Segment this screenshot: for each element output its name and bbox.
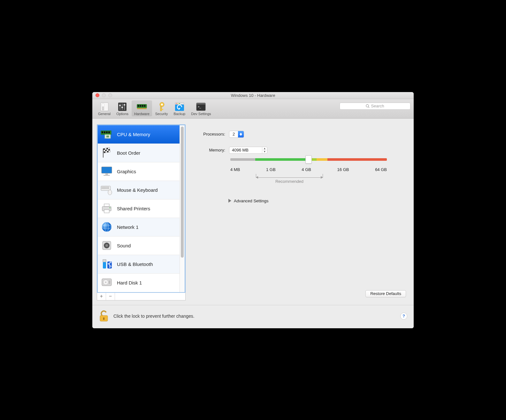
restore-defaults-button[interactable]: Restore Defaults (365, 290, 406, 297)
sidebar-item-label: Graphics (117, 169, 136, 174)
sidebar-item-label: Hard Disk 1 (117, 280, 142, 285)
svg-point-61 (108, 190, 112, 195)
svg-rect-55 (102, 188, 103, 189)
tick-label: 1 GB (266, 167, 276, 172)
processors-row: Processors: 2 (193, 131, 406, 138)
tab-label: Backup (174, 112, 186, 116)
search-input[interactable]: Search (340, 103, 410, 110)
svg-rect-52 (105, 187, 106, 188)
lock-icon[interactable] (99, 310, 109, 322)
recommended-label: Recommended (256, 179, 323, 184)
close-window-button[interactable] (96, 93, 99, 97)
svg-rect-59 (107, 188, 108, 189)
tab-backup[interactable]: Backup (171, 100, 188, 116)
processors-label: Processors: (193, 132, 225, 136)
memory-stepper[interactable]: ▲ ▼ (262, 147, 267, 153)
svg-rect-0 (101, 103, 108, 111)
svg-rect-72 (103, 260, 106, 262)
tick-label: 4 GB (302, 167, 311, 172)
search-placeholder: Search (371, 104, 384, 108)
tab-label: Hardware (134, 112, 150, 116)
globe-icon (100, 221, 113, 233)
svg-rect-46 (105, 173, 108, 175)
processors-value: 2 (229, 131, 238, 137)
svg-rect-19 (162, 109, 163, 110)
recommended-range-indicator (256, 174, 323, 178)
sidebar-item-cpu-memory[interactable]: CPU & Memory (98, 125, 180, 144)
body: CPU & Memory Boot Order Graphics (92, 119, 414, 305)
slider-ticks: 4 MB 1 GB 4 GB 16 GB 64 GB (230, 167, 387, 172)
memory-input[interactable]: 4096 MB ▲ ▼ (229, 147, 267, 154)
svg-rect-26 (196, 103, 205, 105)
sidebar-scrollbar[interactable] (180, 125, 185, 292)
svg-rect-12 (140, 105, 141, 107)
svg-rect-45 (102, 167, 112, 173)
svg-rect-2 (102, 104, 104, 106)
svg-rect-60 (108, 188, 109, 189)
sidebar-footer: + − (97, 293, 186, 300)
svg-rect-41 (105, 150, 107, 151)
printer-icon (100, 202, 113, 215)
tab-label: Dev Settings (191, 112, 211, 116)
usb-bluetooth-icon (100, 258, 113, 270)
sidebar-item-shared-printers[interactable]: Shared Printers (98, 199, 180, 218)
sidebar-item-sound[interactable]: Sound (98, 237, 180, 255)
svg-rect-4 (119, 104, 120, 110)
tab-label: General (98, 112, 111, 116)
tab-label: Options (116, 112, 128, 116)
stepper-down-icon[interactable]: ▼ (262, 150, 267, 153)
sidebar-item-usb-bluetooth[interactable]: USB & Bluetooth (98, 255, 180, 274)
minimize-window-button[interactable] (102, 93, 106, 97)
sidebar-item-hard-disk[interactable]: Hard Disk 1 (98, 274, 180, 292)
svg-rect-49 (102, 187, 103, 188)
help-button[interactable]: ? (400, 313, 407, 320)
sidebar-item-graphics[interactable]: Graphics (98, 162, 180, 181)
sidebar-item-label: Network 1 (117, 224, 139, 230)
svg-point-77 (105, 282, 106, 283)
tab-options[interactable]: Options (114, 100, 131, 116)
sidebar-item-boot-order[interactable]: Boot Order (98, 144, 180, 162)
tick-label: 16 GB (337, 167, 349, 172)
checkered-flag-icon (100, 146, 113, 159)
svg-rect-7 (119, 105, 121, 106)
svg-rect-42 (108, 149, 110, 151)
sidebar-item-network[interactable]: Network 1 (98, 218, 180, 237)
svg-rect-44 (107, 151, 109, 152)
sidebar-item-mouse-keyboard[interactable]: Mouse & Keyboard (98, 181, 180, 199)
titlebar: Windows 10 - Hardware (92, 92, 414, 99)
sidebar-item-label: Mouse & Keyboard (117, 187, 158, 193)
svg-point-66 (102, 222, 111, 232)
keyboard-mouse-icon (100, 183, 113, 196)
tab-security[interactable]: Security (153, 100, 171, 116)
tab-label: Security (155, 112, 168, 116)
stepper-up-icon[interactable]: ▲ (262, 147, 267, 151)
speaker-icon (100, 239, 113, 252)
svg-rect-64 (104, 210, 109, 213)
tab-general[interactable]: General (96, 100, 113, 116)
processors-select[interactable]: 2 (229, 131, 244, 138)
sidebar-item-label: Shared Printers (117, 206, 150, 211)
tick-label: 4 MB (230, 167, 240, 172)
slider-knob[interactable] (305, 155, 312, 164)
search-icon (366, 104, 370, 108)
svg-rect-31 (102, 131, 103, 133)
svg-rect-57 (104, 188, 105, 189)
memory-slider[interactable]: 4 MB 1 GB 4 GB 16 GB 64 GB Recommended (230, 158, 387, 184)
ram-cpu-icon (100, 128, 113, 141)
hard-disk-icon (100, 276, 113, 289)
svg-rect-56 (103, 188, 104, 189)
memory-label: Memory: (193, 148, 225, 152)
svg-rect-80 (103, 317, 104, 320)
sidebar-item-label: Sound (117, 243, 131, 248)
zoom-window-button[interactable] (108, 93, 112, 97)
svg-point-22 (177, 103, 178, 104)
tab-hardware[interactable]: Hardware (132, 100, 152, 116)
svg-rect-40 (106, 148, 108, 149)
tab-dev-settings[interactable]: >_ Dev Settings (188, 100, 213, 116)
add-button[interactable]: + (97, 293, 106, 300)
memory-value: 4096 MB (229, 147, 262, 153)
remove-button[interactable]: − (106, 293, 115, 300)
svg-point-21 (176, 103, 177, 104)
svg-rect-9 (124, 104, 125, 105)
advanced-settings-toggle[interactable]: Advanced Settings (228, 198, 406, 203)
